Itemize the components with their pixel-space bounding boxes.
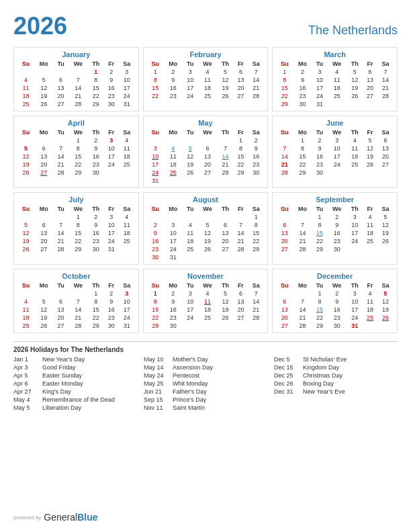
calendar-day: 19 [34,314,53,322]
calendar-day: 27 [233,314,248,322]
country-title: The Netherlands [308,24,398,38]
calendar-day [276,213,293,221]
holiday-name: Liberation Day [42,404,81,411]
calendar-day: 7 [248,290,264,298]
calendar-day [363,100,377,108]
calendar-day: 17 [183,306,197,314]
holiday-date: May 10 [144,356,169,363]
calendar-day: 17 [119,84,135,92]
holiday-date: Sep 15 [144,396,169,403]
calendar-day: 8 [68,221,88,229]
holiday-item: Sep 15Prince's Day [144,396,267,403]
calendar-day: 3 [183,290,197,298]
calendar-day: 14 [233,229,248,237]
calendar-day: 24 [104,161,119,169]
calendar-day: 21 [68,92,88,100]
calendar-day: 20 [276,237,293,245]
calendar-day: 3 [183,68,197,76]
calendar-day: 1 [88,68,104,76]
calendar-day: 13 [34,152,53,161]
calendar-day: 2 [327,213,347,221]
calendar-day: 1 [233,136,248,144]
calendar-day: 3 [347,290,363,298]
calendar-day: 16 [147,237,164,245]
calendar-day: 18 [17,314,34,322]
calendar-day: 13 [53,84,68,92]
calendar-day: 29 [88,322,104,330]
calendar-day: 10 [119,76,135,84]
calendar-day: 6 [363,68,377,76]
calendar-day: 18 [347,152,363,161]
calendar-day [377,322,394,330]
calendar-day: 17 [183,84,197,92]
calendar-day: 5 [34,298,53,306]
calendar-day: 22 [293,161,312,169]
calendar-day: 28 [53,245,68,253]
calendar-day: 14 [293,306,312,314]
calendar-day: 8 [88,76,104,84]
calendar-day: 7 [53,221,68,229]
calendar-day: 4 [327,68,347,76]
holiday-item: Dec 15Kingdom Day [274,364,398,371]
calendar-day: 19 [198,237,218,245]
calendar-day: 10 [183,298,197,306]
month-title: November [147,272,265,280]
calendar-day: 4 [363,290,377,298]
calendar-day: 19 [218,306,234,314]
month-block-april: AprilSuMoTuWeThFrSa123456789101112131415… [13,116,139,188]
calendar-day: 18 [363,229,377,237]
calendar-day: 18 [327,84,347,92]
calendar-day: 16 [88,152,104,161]
calendar-day [17,68,34,76]
calendar-day: 7 [293,298,312,306]
calendar-day: 15 [312,229,327,237]
calendar-day: 27 [218,245,234,253]
calendar-day: 4 [17,76,34,84]
calendar-day: 11 [327,76,347,84]
calendar-day: 16 [293,84,312,92]
calendar-day: 13 [377,144,394,152]
calendar-day: 20 [233,84,248,92]
holiday-item: Apr 27King's Day [13,388,137,395]
calendar-day: 4 [164,144,183,152]
calendar-day [377,169,394,177]
calendar-day: 25 [198,92,218,100]
calendar-day: 22 [248,237,264,245]
calendar-day [347,245,363,253]
holiday-name: Father's Day [173,388,207,395]
calendar-day: 26 [34,100,53,108]
calendar-day: 12 [347,76,363,84]
calendar-day: 16 [327,306,347,314]
calendar-day [327,100,347,108]
calendar-day: 25 [119,161,135,169]
calendar-day: 19 [17,161,34,169]
calendar-day: 8 [312,298,327,306]
calendar-day: 22 [276,92,293,100]
powered-by-text: powered by [13,515,41,521]
calendar-day: 7 [68,76,88,84]
calendar-day [233,253,248,261]
calendar-day: 12 [34,84,53,92]
calendar-day: 12 [34,306,53,314]
calendar-day: 21 [248,84,264,92]
calendar-day: 6 [276,298,293,306]
calendar-day: 11 [347,144,363,152]
calendar-day [183,322,197,330]
calendar-day: 19 [34,92,53,100]
calendar-day: 2 [293,68,312,76]
calendar-day: 9 [104,298,119,306]
calendar-day: 23 [88,161,104,169]
month-title: March [276,50,394,58]
calendar-day: 27 [198,169,218,177]
calendar-day [248,322,264,330]
calendar-day: 21 [293,314,312,322]
calendar-day: 2 [104,68,119,76]
holiday-date: May 14 [144,364,169,371]
calendar-day: 3 [164,221,183,229]
holiday-name: St Nicholas' Eve [303,356,347,363]
calendar-day: 1 [248,213,264,221]
month-block-may: MaySuMoTuWeThFrSa12345678910111213141516… [143,116,269,188]
page: 2026 The Netherlands JanuarySuMoTuWeThFr… [0,0,411,532]
calendar-day [34,68,53,76]
calendar-day: 7 [233,221,248,229]
